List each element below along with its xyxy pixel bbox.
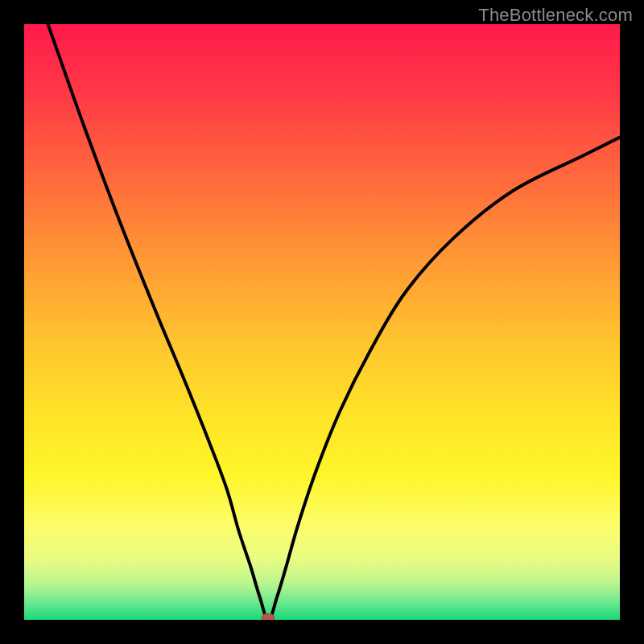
bottleneck-curve — [48, 24, 620, 620]
plot-area — [24, 24, 620, 620]
chart-frame: TheBottleneck.com — [0, 0, 644, 644]
curve-svg — [24, 24, 620, 620]
watermark-text: TheBottleneck.com — [478, 5, 633, 26]
optimum-marker — [262, 613, 275, 620]
